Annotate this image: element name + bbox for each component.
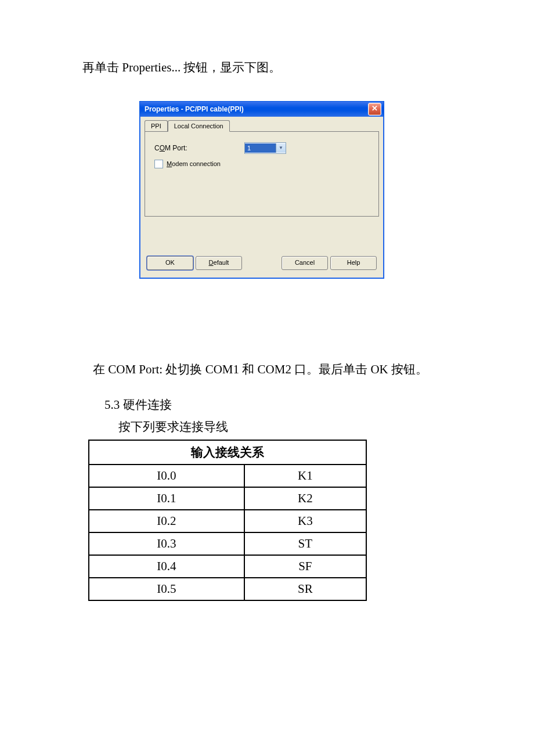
- dialog-titlebar: Properties - PC/PPI cable(PPI) ✕: [140, 102, 384, 117]
- table-row: I0.5SR: [89, 578, 366, 600]
- com-port-combobox[interactable]: 1 ▼: [244, 142, 286, 154]
- com-port-label: COM Port:: [154, 144, 244, 152]
- tab-strip: PPI Local Connection: [145, 120, 379, 131]
- table-header: 输入接线关系: [89, 440, 366, 465]
- section-5-3: 5.3 硬件连接: [35, 397, 499, 413]
- table-row: I0.2K3: [89, 510, 366, 532]
- help-button[interactable]: Help: [330, 256, 377, 270]
- table-row: I0.3ST: [89, 532, 366, 555]
- default-button[interactable]: Default: [196, 256, 242, 270]
- properties-dialog: Properties - PC/PPI cable(PPI) ✕ PPI Loc…: [139, 101, 384, 279]
- tab-ppi[interactable]: PPI: [145, 120, 168, 131]
- instruction-line: 按下列要求连接导线: [35, 419, 499, 435]
- com-port-value: 1: [245, 143, 276, 153]
- tab-panel-local: COM Port: 1 ▼ Modem connection: [145, 131, 379, 217]
- table-row: I0.1K2: [89, 487, 366, 510]
- cancel-button[interactable]: Cancel: [282, 256, 328, 270]
- wiring-table: 输入接线关系 I0.0K1 I0.1K2 I0.2K3 I0.3ST I0.4S…: [88, 440, 367, 601]
- tab-local-connection[interactable]: Local Connection: [168, 120, 230, 132]
- chevron-down-icon[interactable]: ▼: [276, 143, 286, 153]
- modem-connection-label: Modem connection: [167, 160, 221, 167]
- paragraph-com-port: 在 COM Port: 处切换 COM1 和 COM2 口。最后单击 OK 按钮…: [35, 360, 499, 380]
- table-row: I0.0K1: [89, 465, 366, 487]
- close-icon[interactable]: ✕: [368, 103, 381, 116]
- paragraph-intro: 再单击 Properties... 按钮，显示下图。: [35, 58, 499, 78]
- ok-button[interactable]: OK: [147, 256, 193, 270]
- table-row: I0.4SF: [89, 555, 366, 578]
- modem-connection-checkbox[interactable]: [154, 160, 163, 168]
- dialog-screenshot: Properties - PC/PPI cable(PPI) ✕ PPI Loc…: [139, 101, 499, 279]
- dialog-title: Properties - PC/PPI cable(PPI): [145, 105, 244, 113]
